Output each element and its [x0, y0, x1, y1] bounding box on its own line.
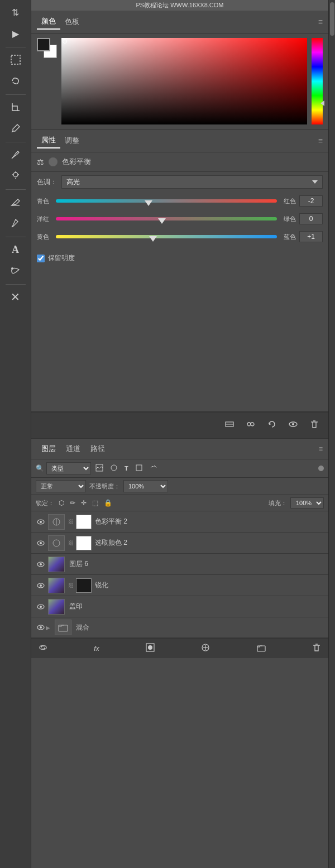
reset-icon[interactable] — [265, 417, 279, 434]
lock-all-icon[interactable]: 🔒 — [103, 498, 113, 507]
yellow-blue-row: 黄色 蓝色 — [37, 230, 323, 243]
crop-tool[interactable] — [6, 97, 26, 117]
path-select-tool[interactable] — [6, 261, 26, 281]
tone-label: 色调： — [37, 178, 57, 187]
move-tool[interactable]: ⇅ — [6, 2, 26, 22]
right-scrollbar[interactable] — [328, 0, 335, 868]
layer-item[interactable]: ⛓ 锐化 — [31, 575, 328, 596]
magenta-label: 洋红 — [37, 215, 52, 223]
lock-transparent-icon[interactable]: ⬡ — [58, 498, 65, 507]
fill-select[interactable]: 100% — [290, 497, 324, 509]
svg-point-37 — [148, 645, 152, 650]
mask-icon-btn[interactable] — [49, 157, 58, 166]
lock-position-icon[interactable]: ✛ — [80, 498, 88, 507]
yellow-blue-value[interactable] — [299, 231, 323, 242]
scrollbar-thumb[interactable] — [330, 2, 334, 36]
add-adjustment-btn[interactable] — [198, 641, 213, 655]
lasso-tool[interactable] — [6, 71, 26, 91]
svg-point-32 — [40, 606, 42, 608]
tab-color[interactable]: 颜色 — [37, 14, 60, 30]
clone-tool[interactable] — [6, 166, 26, 186]
cyan-label: 青色 — [37, 197, 52, 205]
toolbar-separator-4 — [6, 189, 26, 190]
hue-slider[interactable] — [312, 38, 323, 124]
cyan-red-value[interactable] — [299, 195, 323, 207]
filter-text-icon[interactable]: T — [122, 464, 131, 473]
layer-visibility-icon[interactable] — [36, 581, 46, 591]
clip-to-layer-icon[interactable] — [222, 417, 237, 434]
group-expand-icon[interactable]: ▶ — [46, 625, 50, 631]
color-panel-menu-icon[interactable]: ≡ — [318, 17, 323, 26]
layer-chain-icon[interactable]: ⛓ — [68, 540, 74, 546]
pen-tool[interactable] — [6, 213, 26, 233]
fg-bg-swatches[interactable] — [37, 38, 57, 58]
tab-channels[interactable]: 通道 — [61, 442, 85, 455]
lock-artboard-icon[interactable]: ⬚ — [91, 498, 99, 507]
layer-item[interactable]: ⛓ 选取颜色 2 — [31, 533, 328, 554]
cyan-red-thumb[interactable] — [145, 200, 152, 206]
filter-adjustment-icon[interactable] — [108, 463, 120, 474]
svg-point-15 — [292, 423, 294, 425]
layer-mask-thumbnail — [76, 578, 92, 593]
yellow-blue-slider[interactable] — [56, 230, 277, 243]
visibility-toggle-icon[interactable] — [286, 417, 300, 434]
tab-paths[interactable]: 路径 — [86, 442, 109, 455]
layer-chain-icon[interactable]: ⛓ — [68, 582, 74, 588]
layer-filter-select[interactable]: 类型 — [46, 462, 91, 474]
eyedropper-tool[interactable] — [6, 118, 26, 138]
selection-tool[interactable] — [6, 50, 26, 70]
layer-item[interactable]: 盖印 — [31, 596, 328, 617]
filter-shape-icon[interactable] — [133, 463, 145, 474]
layer-chain-icon[interactable]: ⛓ — [68, 519, 74, 525]
layer-visibility-icon[interactable] — [36, 559, 46, 569]
text-tool[interactable]: A — [6, 239, 26, 260]
saturation-gradient[interactable] — [61, 38, 307, 124]
fx-btn[interactable]: fx — [91, 643, 102, 654]
cross-tool[interactable]: ✕ — [6, 287, 26, 307]
tone-select[interactable]: 高光 中间调 阴影 — [61, 175, 323, 189]
tab-layers[interactable]: 图层 — [37, 442, 60, 455]
cyan-red-slider[interactable] — [56, 194, 277, 208]
eraser-tool[interactable] — [6, 192, 26, 212]
tab-adjustments[interactable]: 调整 — [60, 133, 84, 148]
svg-point-34 — [40, 626, 42, 629]
saturation-field[interactable] — [61, 38, 307, 124]
tab-properties[interactable]: 属性 — [37, 133, 60, 148]
create-group-btn[interactable] — [254, 641, 269, 655]
magenta-green-value[interactable] — [299, 213, 323, 224]
hue-track[interactable] — [312, 38, 323, 124]
blend-mode-select[interactable]: 正常 — [36, 480, 86, 492]
magenta-green-slider[interactable] — [56, 212, 277, 226]
layer-thumbnail — [48, 578, 65, 593]
play-tool[interactable]: ▶ — [6, 23, 26, 44]
layer-filter-toggle[interactable] — [318, 466, 324, 471]
main-content: PS教程论坛 WWW.16XX8.COM 颜色 色板 ≡ — [31, 0, 328, 868]
lock-pixels-icon[interactable]: ✏ — [69, 498, 76, 507]
link-layers-btn[interactable] — [36, 641, 50, 655]
layer-mask-thumbnail — [76, 515, 92, 529]
layer-visibility-icon[interactable] — [36, 622, 46, 632]
foreground-swatch[interactable] — [37, 38, 50, 51]
layers-menu-icon[interactable]: ≡ — [319, 445, 323, 453]
properties-menu-icon[interactable]: ≡ — [318, 136, 323, 145]
tab-swatches[interactable]: 色板 — [60, 15, 84, 29]
layer-item[interactable]: 图层 6 — [31, 554, 328, 575]
yellow-blue-thumb[interactable] — [149, 236, 157, 242]
preserve-checkbox[interactable] — [37, 255, 45, 262]
brush-tool[interactable] — [6, 145, 26, 165]
opacity-select[interactable]: 100% — [123, 480, 168, 492]
svg-point-8 — [11, 267, 13, 270]
delete-layer-icon[interactable] — [307, 417, 322, 434]
filter-smart-icon[interactable] — [147, 463, 160, 474]
layer-visibility-icon[interactable] — [36, 602, 46, 612]
layer-visibility-icon[interactable] — [36, 538, 46, 548]
svg-point-26 — [53, 540, 60, 546]
add-mask-btn[interactable] — [143, 641, 157, 655]
delete-btn[interactable] — [309, 641, 324, 655]
link-layers-icon[interactable] — [243, 417, 258, 434]
layer-item[interactable]: ⛓ 色彩平衡 2 — [31, 511, 328, 533]
layer-visibility-icon[interactable] — [36, 517, 46, 527]
layer-item[interactable]: ▶ 混合 — [31, 617, 328, 638]
magenta-green-thumb[interactable] — [158, 218, 166, 224]
filter-image-icon[interactable] — [93, 463, 106, 474]
